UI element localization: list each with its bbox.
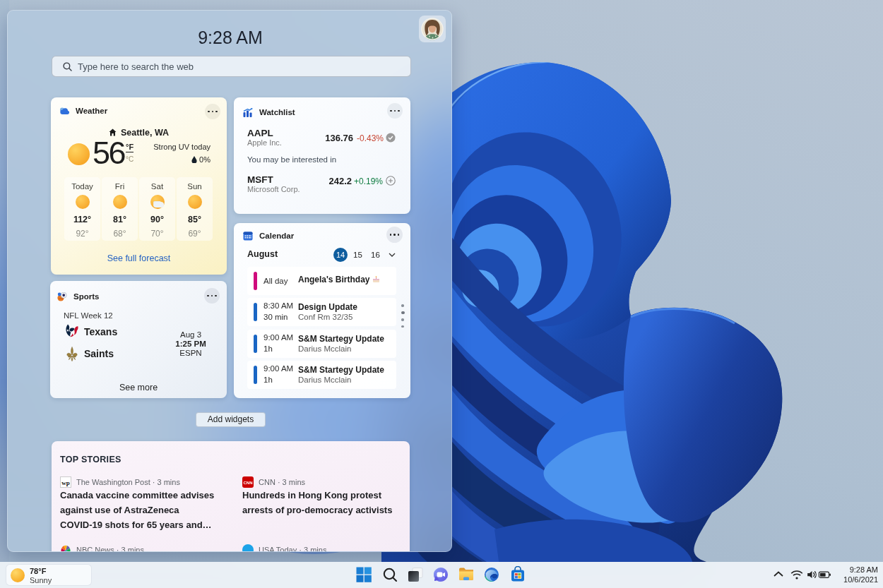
svg-text:CNN: CNN <box>244 481 253 485</box>
svg-text:wp: wp <box>61 479 70 486</box>
